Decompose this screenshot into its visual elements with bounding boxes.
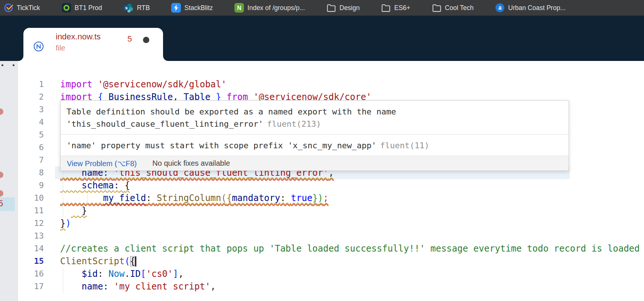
svg-text:N: N	[237, 4, 241, 11]
problem-tooltip: Table definition should be exported as a…	[60, 100, 569, 171]
bookmark-label: BT1 Prod	[75, 4, 102, 12]
stackblitz-icon	[171, 3, 181, 13]
editor-header-band: index.now.ts file 5	[0, 16, 644, 61]
line-number[interactable]: 5	[18, 129, 44, 141]
error-count-highlight: 5	[0, 197, 15, 211]
error-marker-dot	[0, 190, 3, 197]
bookmark-label: TickTick	[17, 4, 40, 12]
line-number[interactable]: 7	[18, 154, 44, 166]
code-line[interactable]: })	[60, 217, 71, 230]
bt1-icon	[62, 3, 71, 13]
bookmark-item-index-of-groups[interactable]: N Index of /groups/p...	[234, 3, 305, 13]
folder-icon	[326, 3, 336, 13]
problem-message: 'name' property must start with scope pr…	[61, 134, 569, 156]
tab-inverse-corner-right	[163, 56, 168, 61]
line-number[interactable]: 14	[18, 242, 44, 255]
code-line[interactable]: $id: Now.ID['cs0'],	[60, 268, 183, 280]
error-count-badge: 5	[0, 199, 3, 208]
code-editor: 1import '@servicenow/sdk/global'2import …	[18, 61, 644, 301]
line-number[interactable]: 9	[18, 179, 44, 192]
bookmark-label: Cool Tech	[445, 4, 474, 12]
code-line[interactable]: import '@servicenow/sdk/global'	[60, 78, 227, 91]
tab-inverse-corner-left	[18, 56, 23, 61]
line-number[interactable]: 12	[18, 217, 44, 230]
code-line[interactable]: my_field: StringColumn({mandatory: true}…	[60, 192, 329, 204]
view-problem-link[interactable]: View Problem (⌥F8)	[67, 159, 137, 168]
green-n-icon: N	[234, 3, 244, 13]
no-quick-fixes-text: No quick fixes available	[152, 159, 230, 168]
bookmark-label: RTB	[137, 4, 150, 12]
error-marker-dot	[0, 172, 3, 178]
line-number[interactable]: 13	[18, 230, 44, 242]
line-number[interactable]: 4	[18, 116, 44, 129]
problem-source: fluent(213)	[267, 119, 321, 129]
left-edge-strip: 5	[0, 61, 18, 301]
bookmark-item-rtb[interactable]: s RTB	[124, 3, 150, 13]
bookmark-label: ES6+	[394, 4, 410, 12]
line-number[interactable]: 15	[18, 255, 44, 268]
line-number[interactable]: 8	[18, 166, 44, 179]
tab-subtitle: file	[56, 44, 65, 52]
bookmark-label: Design	[339, 4, 360, 12]
svg-text:a: a	[498, 4, 502, 11]
letter-a-icon: a	[495, 3, 505, 13]
indent-guide	[87, 192, 88, 204]
sharepoint-icon: s	[124, 3, 134, 13]
overflow-dot	[13, 64, 14, 66]
line-number[interactable]: 1	[18, 78, 44, 91]
problem-message: Table definition should be exported as a…	[61, 101, 569, 134]
bookmark-label: Index of /groups/p...	[247, 4, 305, 12]
error-marker-dot	[0, 109, 3, 115]
line-number[interactable]: 17	[18, 280, 44, 293]
problem-source: fluent(11)	[380, 141, 429, 150]
editor-tab-index-now-ts[interactable]: index.now.ts file 5	[23, 28, 163, 61]
line-number[interactable]: 10	[18, 192, 44, 204]
tooltip-action-bar: View Problem (⌥F8) No quick fixes availa…	[61, 156, 569, 171]
unsaved-indicator-dot[interactable]	[143, 37, 149, 43]
code-line[interactable]: schema: {	[60, 179, 130, 192]
problem-message-text: 'name' property must start with scope pr…	[66, 141, 376, 150]
bookmark-label: Urban Coast Prop...	[508, 4, 566, 12]
bookmark-item-cool-tech[interactable]: Cool Tech	[432, 3, 474, 13]
bookmark-item-design[interactable]: Design	[326, 3, 360, 13]
bookmark-item-bt1-prod[interactable]: BT1 Prod	[62, 3, 102, 13]
servicenow-icon	[33, 41, 44, 53]
bookmark-item-es6[interactable]: ES6+	[381, 3, 410, 13]
bookmark-item-ticktick[interactable]: TickTick	[4, 3, 40, 13]
indent-guide	[63, 167, 63, 217]
folder-icon	[381, 3, 391, 13]
bookmark-item-stackblitz[interactable]: StackBlitz	[171, 3, 213, 13]
code-line[interactable]: }	[60, 204, 87, 217]
line-number[interactable]: 6	[18, 141, 44, 154]
code-line[interactable]: //creates a client script that pops up '…	[60, 242, 640, 255]
ticktick-icon	[4, 3, 13, 13]
problem-message-text: Table definition should be exported as a…	[66, 107, 396, 129]
svg-text:s: s	[125, 6, 127, 10]
line-number[interactable]: 16	[18, 268, 44, 280]
folder-icon	[432, 3, 442, 13]
tab-title: index.now.ts	[56, 32, 101, 42]
bookmark-label: StackBlitz	[184, 4, 213, 12]
indent-guide	[63, 268, 63, 293]
code-area: 1import '@servicenow/sdk/global'2import …	[18, 61, 644, 301]
matched-bracket: {	[130, 256, 135, 266]
text-cursor	[135, 256, 136, 266]
overflow-dot	[1, 64, 3, 66]
bookmarks-bar: TickTick BT1 Prod s RTB StackBlitz N Ind…	[0, 0, 644, 16]
code-line[interactable]: name: 'my client script',	[60, 280, 216, 293]
line-number[interactable]: 2	[18, 91, 44, 103]
code-line[interactable]: ClientScript({	[60, 255, 136, 268]
line-number[interactable]: 11	[18, 204, 44, 217]
tab-problem-count-badge: 5	[127, 34, 132, 44]
line-number[interactable]: 3	[18, 103, 44, 116]
bookmark-item-urban-coast[interactable]: a Urban Coast Prop...	[495, 3, 566, 13]
